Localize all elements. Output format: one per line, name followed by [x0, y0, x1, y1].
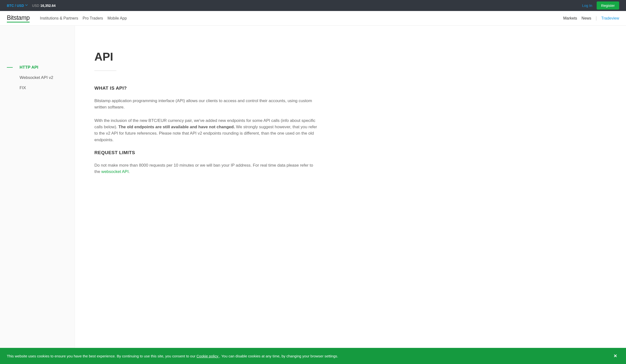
cookie-banner: This website uses cookies to ensure you … — [0, 348, 626, 364]
sidebar-item-label: HTTP API — [20, 65, 39, 70]
top-bar-right: Log In Register — [582, 1, 619, 9]
logo[interactable]: Bitstamp — [7, 14, 30, 23]
primary-nav: Institutions & Partners Pro Traders Mobi… — [40, 16, 127, 21]
page-title: API — [94, 50, 319, 63]
cookie-text-b: . You can disable cookies at any time, b… — [219, 354, 338, 358]
register-button[interactable]: Register — [597, 1, 619, 9]
request-limits-p1: Do not make more than 8000 requests per … — [94, 162, 319, 175]
title-underline — [94, 71, 117, 71]
nav-institutions[interactable]: Institutions & Partners — [40, 16, 78, 21]
active-indicator — [7, 88, 13, 88]
chevron-down-icon — [25, 4, 28, 7]
sidebar-item-label: FIX — [20, 86, 26, 90]
top-bar: BTC / USD USD 16,352.64 Log In Register — [0, 0, 626, 11]
sidebar-item-websocket[interactable]: Websocket API v2 — [0, 72, 75, 83]
currency-pair-selector[interactable]: BTC / USD — [7, 4, 28, 8]
nav-tradeview[interactable]: Tradeview — [601, 16, 619, 21]
active-indicator — [7, 67, 13, 68]
what-is-api-p2: With the inclusion of the new BTC/EUR cu… — [94, 118, 319, 143]
nav-mobile-app[interactable]: Mobile App — [107, 16, 127, 21]
cookie-text: This website uses cookies to ensure you … — [7, 354, 612, 358]
sidebar-item-fix[interactable]: FIX — [0, 83, 75, 93]
price-value: 16,352.64 — [40, 4, 55, 8]
price-display: USD 16,352.64 — [32, 3, 55, 8]
login-link[interactable]: Log In — [582, 3, 592, 8]
main-header: Bitstamp Institutions & Partners Pro Tra… — [0, 11, 626, 26]
sidebar-item-http-api[interactable]: HTTP API — [0, 62, 75, 72]
section-heading-what-is-api: WHAT IS API? — [94, 86, 319, 91]
header-right: Markets News | Tradeview — [563, 16, 619, 21]
rl-part-b: . — [129, 169, 130, 174]
nav-markets[interactable]: Markets — [563, 16, 577, 21]
top-bar-left: BTC / USD USD 16,352.64 — [7, 3, 55, 8]
nav-divider: | — [596, 16, 597, 21]
section-heading-request-limits: REQUEST LIMITS — [94, 150, 319, 155]
nav-pro-traders[interactable]: Pro Traders — [83, 16, 103, 21]
sidebar: HTTP API Websocket API v2 FIX — [0, 26, 75, 364]
nav-news[interactable]: News — [582, 16, 591, 21]
p2-strong: The old endpoints are still available an… — [118, 125, 235, 129]
cookie-policy-link[interactable]: Cookie policy — [196, 354, 219, 358]
price-currency: USD — [32, 4, 39, 8]
active-indicator — [7, 77, 13, 78]
cookie-text-a: This website uses cookies to ensure you … — [7, 354, 196, 358]
close-icon[interactable]: ✕ — [612, 353, 619, 359]
what-is-api-p1: Bitstamp application programming interfa… — [94, 98, 319, 111]
main-content: API WHAT IS API? Bitstamp application pr… — [75, 26, 334, 364]
header-left: Bitstamp Institutions & Partners Pro Tra… — [7, 14, 127, 23]
currency-pair-label: BTC / USD — [7, 4, 24, 8]
sidebar-item-label: Websocket API v2 — [20, 75, 53, 80]
websocket-api-link[interactable]: websocket API — [101, 169, 129, 174]
content-wrap: HTTP API Websocket API v2 FIX API WHAT I… — [0, 26, 626, 364]
